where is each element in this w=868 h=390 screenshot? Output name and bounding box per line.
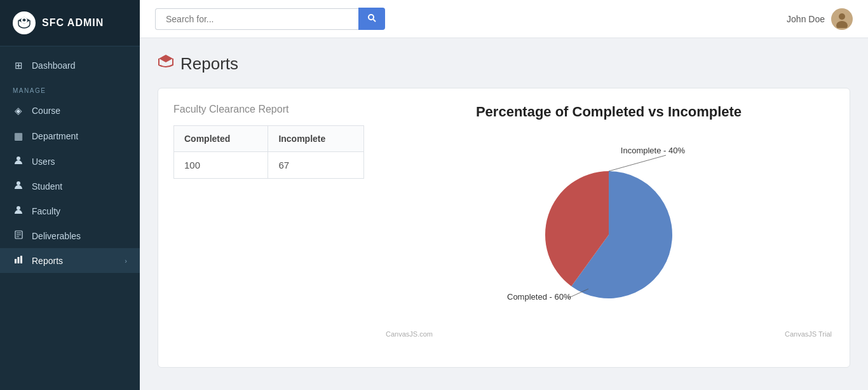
table-row: 100 67 [174, 152, 364, 179]
svg-rect-8 [15, 259, 17, 263]
student-icon [13, 181, 24, 192]
chart-section: Percentage of Completed vs Incomplete [383, 104, 834, 352]
sidebar-item-faculty[interactable]: Faculty [0, 198, 140, 223]
sidebar-nav: ⊞ Dashboard MANAGE ◈ Course ▦ Department… [0, 46, 140, 390]
brand-icon [13, 11, 36, 34]
sidebar-label-deliverables: Deliverables [32, 231, 81, 241]
sidebar-item-users[interactable]: Users [0, 149, 140, 174]
reports-arrow: › [125, 257, 127, 265]
search-wrapper [155, 8, 385, 30]
search-input[interactable] [155, 8, 358, 30]
col-completed: Completed [174, 126, 268, 152]
page-title-icon [158, 53, 174, 74]
search-button[interactable] [358, 8, 385, 30]
report-table-title: Faculty Clearance Report [173, 104, 364, 115]
chart-title: Percentage of Completed vs Incomplete [476, 104, 742, 120]
main-area: John Doe Reports Facul [140, 0, 868, 390]
incomplete-line [609, 155, 666, 171]
users-icon [13, 156, 24, 167]
svg-rect-9 [18, 257, 20, 263]
sidebar-label-student: Student [32, 181, 62, 192]
department-icon: ▦ [13, 130, 24, 142]
svg-rect-10 [20, 256, 22, 263]
sidebar-label-faculty: Faculty [32, 206, 60, 216]
sidebar-item-deliverables[interactable]: Deliverables [0, 223, 140, 248]
col-incomplete: Incomplete [268, 126, 364, 152]
sidebar: SFC ADMIN ⊞ Dashboard MANAGE ◈ Course ▦ … [0, 0, 140, 390]
manage-label: MANAGE [0, 78, 140, 98]
report-table-section: Faculty Clearance Report Completed Incom… [173, 104, 364, 352]
reports-icon [13, 255, 24, 266]
svg-point-11 [369, 15, 374, 20]
chart-footer-right: CanvasJS Trial [785, 330, 832, 338]
sidebar-label-users: Users [32, 157, 55, 167]
svg-point-2 [17, 181, 20, 185]
dashboard-icon: ⊞ [13, 60, 24, 71]
deliverables-icon [13, 230, 24, 241]
sidebar-label-course: Course [32, 106, 60, 116]
course-icon: ◈ [13, 105, 24, 116]
report-card: Faculty Clearance Report Completed Incom… [158, 88, 850, 368]
svg-line-12 [374, 20, 376, 22]
page-title-area: Reports [158, 53, 850, 74]
sidebar-item-student[interactable]: Student [0, 174, 140, 198]
user-avatar [831, 8, 853, 30]
sidebar-label-department: Department [32, 131, 78, 141]
val-incomplete: 67 [268, 152, 364, 179]
brand: SFC ADMIN [0, 0, 140, 46]
pie-chart-area: Incomplete - 40% Completed - 60% [494, 133, 723, 324]
sidebar-label-reports: Reports [32, 256, 63, 266]
clearance-table: Completed Incomplete 100 67 [173, 125, 364, 179]
page-title: Reports [180, 54, 238, 74]
sidebar-item-reports[interactable]: Reports › [0, 248, 140, 273]
chart-footer-left: CanvasJS.com [386, 330, 433, 338]
sidebar-item-department[interactable]: ▦ Department [0, 123, 140, 149]
completed-label: Completed - 60% [507, 292, 571, 302]
sidebar-label-dashboard: Dashboard [32, 60, 76, 71]
faculty-icon [13, 205, 24, 216]
user-name: John Doe [787, 14, 825, 24]
content-area: Reports Faculty Clearance Report Complet… [140, 38, 868, 390]
chart-footer: CanvasJS.com CanvasJS Trial [383, 330, 834, 338]
brand-name: SFC ADMIN [42, 17, 104, 29]
sidebar-item-course[interactable]: ◈ Course [0, 98, 140, 123]
val-completed: 100 [174, 152, 268, 179]
user-info: John Doe [787, 8, 853, 30]
topbar: John Doe [140, 0, 868, 38]
svg-point-14 [839, 13, 845, 20]
incomplete-label: Incomplete - 40% [621, 146, 685, 155]
sidebar-item-dashboard[interactable]: ⊞ Dashboard [0, 53, 140, 78]
svg-point-1 [17, 157, 20, 160]
svg-point-3 [17, 206, 20, 210]
